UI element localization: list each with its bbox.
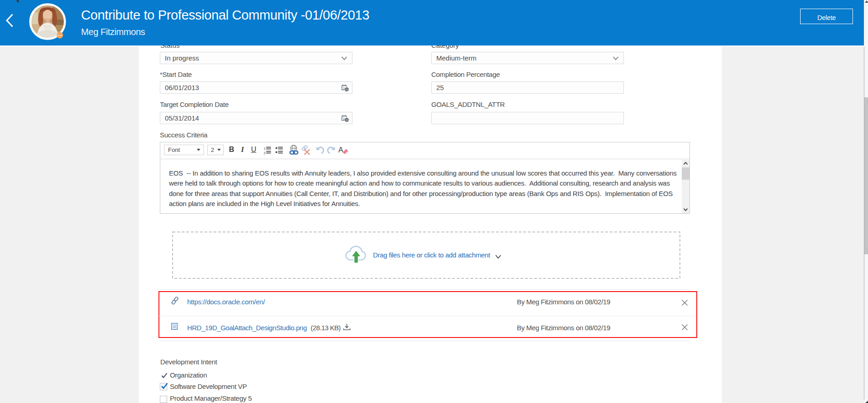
svg-text:2: 2 (264, 151, 266, 154)
svg-text:1: 1 (343, 116, 345, 121)
svg-text:1: 1 (343, 86, 345, 90)
svg-text:A: A (338, 146, 343, 154)
svg-text:1: 1 (264, 146, 266, 151)
